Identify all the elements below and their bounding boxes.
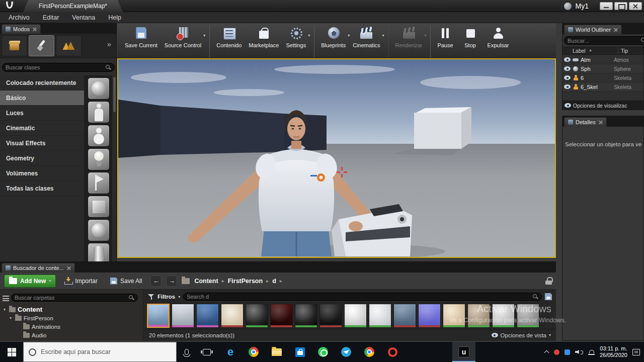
- folder-tree-item[interactable]: Audio: [0, 331, 143, 339]
- outliner-search-input[interactable]: [568, 38, 639, 44]
- tab-modes[interactable]: Modos: [2, 24, 41, 34]
- visibility-eye-icon[interactable]: [564, 84, 571, 89]
- point-light-thumb[interactable]: [88, 148, 110, 170]
- taskbar-app[interactable]: [358, 342, 381, 362]
- close-button[interactable]: [629, 2, 642, 10]
- landscape-mode-button[interactable]: [56, 35, 82, 56]
- tray-red-app-icon[interactable]: [554, 349, 559, 355]
- outliner-row[interactable]: 6 Skeleta: [562, 73, 643, 82]
- outliner-row[interactable]: Atm Atmos: [562, 55, 643, 64]
- material-asset[interactable]: [295, 304, 317, 328]
- folder-tree-item[interactable]: ▾ FirstPerson: [0, 314, 143, 322]
- menu-item[interactable]: Help: [102, 12, 128, 23]
- lock-icon[interactable]: [545, 277, 552, 285]
- empty-actor-thumb[interactable]: [88, 77, 110, 100]
- menu-item[interactable]: Ventana: [65, 12, 102, 23]
- toolbar-button[interactable]: Expulsar: [485, 26, 514, 58]
- import-button[interactable]: Importar: [60, 275, 102, 288]
- menu-item[interactable]: Archivo: [2, 12, 36, 23]
- texture-asset[interactable]: [221, 304, 244, 328]
- material-asset[interactable]: [246, 304, 268, 328]
- texture-asset[interactable]: [418, 304, 441, 328]
- add-new-button[interactable]: Add New ▾: [4, 275, 56, 288]
- save-all-button[interactable]: Save All: [106, 275, 146, 288]
- task-view-button[interactable]: [197, 342, 217, 362]
- toolbar-button[interactable]: ▾ Cinematics: [350, 26, 384, 58]
- modes-category[interactable]: Todas las clases: [0, 181, 84, 196]
- forward-button[interactable]: →: [166, 276, 177, 287]
- start-button[interactable]: [0, 342, 23, 362]
- texture-asset[interactable]: [270, 304, 293, 328]
- close-icon[interactable]: [613, 28, 618, 32]
- breadcrumb-item[interactable]: FirstPerson: [228, 278, 263, 285]
- outliner-row[interactable]: Sph Sphere: [562, 64, 643, 73]
- taskbar-search[interactable]: Escribe aquí para buscar: [23, 342, 177, 362]
- toolbar-button[interactable]: Contenido: [209, 26, 246, 58]
- action-center-icon[interactable]: [632, 349, 640, 355]
- taskbar-app[interactable]: [335, 342, 358, 362]
- texture-asset[interactable]: [319, 304, 342, 328]
- modes-scrollbar[interactable]: [112, 75, 116, 261]
- scrollbar-thumb[interactable]: [113, 77, 116, 112]
- material-asset[interactable]: [443, 304, 465, 328]
- outliner-row[interactable]: 6_Skel Skeleta: [562, 82, 643, 92]
- toolbar-button[interactable]: Save Current: [122, 26, 162, 58]
- toolbar-button[interactable]: ▾ Blueprints: [314, 26, 350, 58]
- place-mode-button[interactable]: [2, 35, 27, 56]
- column-type[interactable]: Tip: [621, 48, 628, 54]
- menu-item[interactable]: Editar: [36, 12, 66, 23]
- tab-details[interactable]: Detalles: [564, 117, 607, 127]
- taskbar-app[interactable]: [288, 342, 311, 362]
- more-modes-chevron[interactable]: »: [107, 40, 111, 48]
- modes-search-input[interactable]: [6, 64, 104, 70]
- close-icon[interactable]: [598, 120, 603, 125]
- visibility-eye-icon[interactable]: [564, 66, 571, 71]
- toolbar-button[interactable]: ▾ Renderizar: [388, 26, 427, 58]
- toolbar-button[interactable]: Marketplace: [246, 26, 283, 58]
- folder-tree-item[interactable]: ▾ Content: [0, 305, 143, 314]
- level-tab[interactable]: FirstPersonExampleMap*: [23, 0, 123, 12]
- character-asset[interactable]: [147, 304, 170, 328]
- taskbar-clock[interactable]: 03:11 p. m. 26/05/2020: [600, 345, 627, 358]
- toolbar-button[interactable]: ▾ Source Control: [162, 26, 206, 58]
- taskbar-app[interactable]: [265, 342, 288, 362]
- toolbar-button[interactable]: Stop: [458, 26, 485, 58]
- taskbar-app[interactable]: [381, 342, 404, 362]
- texture-asset[interactable]: [393, 304, 416, 328]
- toolbar-button[interactable]: Pause: [430, 26, 457, 58]
- level-viewport[interactable]: [117, 58, 556, 258]
- skeleton-asset[interactable]: [196, 304, 219, 328]
- modes-category[interactable]: Visual Effects: [0, 136, 84, 151]
- cylinder-thumb[interactable]: [88, 243, 110, 261]
- close-icon[interactable]: [32, 27, 37, 32]
- breadcrumb-item[interactable]: d: [272, 278, 276, 285]
- minimize-button[interactable]: [600, 2, 613, 10]
- dictation-mic-button[interactable]: [177, 342, 197, 362]
- taskbar-app[interactable]: u: [452, 342, 475, 362]
- sources-toggle-icon[interactable]: [3, 296, 9, 301]
- empty-character-thumb[interactable]: [88, 101, 110, 123]
- tab-world-outliner[interactable]: World Outliner: [564, 25, 622, 34]
- modes-category[interactable]: Colocado recientemente: [0, 75, 84, 90]
- player-start-thumb[interactable]: [88, 172, 110, 194]
- cube-thumb[interactable]: [88, 196, 110, 218]
- filters-label[interactable]: Filtros: [157, 294, 175, 300]
- column-label[interactable]: Label: [573, 48, 586, 54]
- column-divider[interactable]: [618, 47, 618, 54]
- material-asset[interactable]: [369, 304, 391, 328]
- modes-category[interactable]: Luces: [0, 106, 84, 121]
- asset-search-input[interactable]: [187, 294, 531, 300]
- filter-funnel-icon[interactable]: [148, 294, 154, 300]
- paint-mode-button[interactable]: [29, 35, 54, 56]
- expander-arrow[interactable]: ▾: [8, 316, 13, 320]
- tray-blue-app-icon[interactable]: [565, 349, 570, 355]
- speaker-icon[interactable]: [575, 349, 583, 355]
- visibility-eye-icon[interactable]: [564, 75, 571, 80]
- folder-tree-item[interactable]: Animations: [0, 322, 143, 331]
- taskbar-app[interactable]: [311, 342, 335, 362]
- network-icon[interactable]: [588, 349, 595, 355]
- close-icon[interactable]: [66, 266, 71, 270]
- taskbar-app[interactable]: [242, 342, 265, 362]
- maximize-button[interactable]: [614, 2, 627, 10]
- save-search-icon[interactable]: [545, 293, 552, 300]
